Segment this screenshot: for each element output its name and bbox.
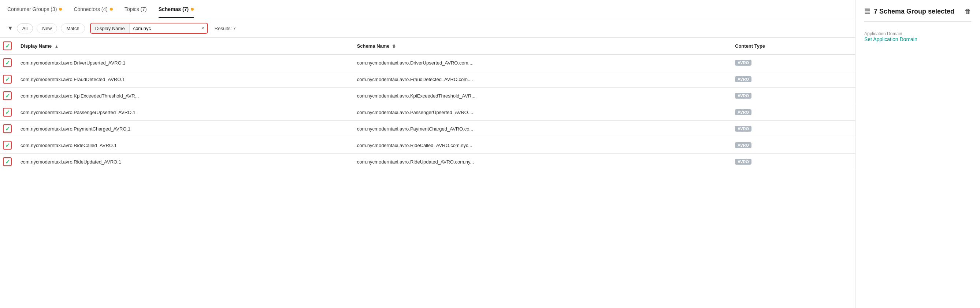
row-checkmark: ✓	[5, 76, 10, 83]
row-checkmark: ✓	[5, 158, 10, 165]
row-checkbox[interactable]: ✓	[3, 141, 12, 150]
row-schema-name: com.nycmoderntaxi.avro.RideCalled_AVRO.c…	[351, 137, 729, 154]
tab-consumer-groups-label: Consumer Groups (3)	[7, 6, 57, 12]
avro-badge: AVRO	[735, 159, 751, 164]
selected-title: ☰ 7 Schema Group selected	[864, 7, 955, 15]
header-checkmark: ✓	[5, 43, 10, 49]
row-schema-name: com.nycmoderntaxi.avro.PaymentCharged_AV…	[351, 121, 729, 137]
search-label: Display Name	[91, 24, 130, 33]
app-domain-section: Application Domain Set Application Domai…	[864, 25, 971, 42]
table-row: ✓ com.nycmoderntaxi.avro.PassengerUpsert…	[0, 104, 855, 121]
tab-schemas-label: Schemas (7)	[159, 6, 189, 12]
tab-schemas[interactable]: Schemas (7)	[159, 1, 194, 18]
header-checkbox-cell: ✓	[0, 38, 15, 54]
row-schema-name: com.nycmoderntaxi.avro.RideUpdated_AVRO.…	[351, 154, 729, 170]
row-schema-name: com.nycmoderntaxi.avro.KpiExceededThresh…	[351, 88, 729, 104]
row-content-type: AVRO	[729, 54, 855, 71]
row-content-type: AVRO	[729, 154, 855, 170]
results-count: Results: 7	[215, 26, 236, 31]
filter-match-button[interactable]: Match	[61, 24, 84, 34]
set-application-domain-link[interactable]: Set Application Domain	[864, 36, 917, 42]
header-schema-name[interactable]: Schema Name ⇅	[351, 38, 729, 54]
row-checkmark: ✓	[5, 125, 10, 132]
row-content-type: AVRO	[729, 71, 855, 88]
row-display-name: com.nycmoderntaxi.avro.RideCalled_AVRO.1	[15, 137, 351, 154]
filter-all-button[interactable]: All	[17, 24, 33, 34]
filter-icon[interactable]: ▼	[7, 25, 13, 32]
header-checkbox[interactable]: ✓	[3, 41, 12, 50]
row-checkbox-cell: ✓	[0, 154, 15, 170]
row-checkbox[interactable]: ✓	[3, 91, 12, 100]
schemas-table: ✓ Display Name ▲ Schema Name ⇅ Content T…	[0, 38, 855, 170]
row-content-type: AVRO	[729, 88, 855, 104]
table-row: ✓ com.nycmoderntaxi.avro.KpiExceededThre…	[0, 88, 855, 104]
tab-topics-label: Topics (7)	[124, 6, 147, 12]
row-checkbox[interactable]: ✓	[3, 108, 12, 116]
row-checkbox-cell: ✓	[0, 137, 15, 154]
display-name-sort-icon: ▲	[54, 44, 59, 48]
filter-new-button[interactable]: New	[37, 24, 57, 34]
search-input[interactable]	[130, 24, 199, 33]
table-body: ✓ com.nycmoderntaxi.avro.DriverUpserted_…	[0, 54, 855, 170]
avro-badge: AVRO	[735, 60, 751, 65]
row-checkbox[interactable]: ✓	[3, 157, 12, 166]
avro-badge: AVRO	[735, 126, 751, 132]
avro-badge: AVRO	[735, 109, 751, 115]
row-checkbox-cell: ✓	[0, 88, 15, 104]
row-checkmark: ✓	[5, 142, 10, 149]
right-panel-header: ☰ 7 Schema Group selected 🗑	[864, 7, 971, 22]
tabs-bar: Consumer Groups (3) Connectors (4) Topic…	[0, 0, 855, 19]
row-content-type: AVRO	[729, 104, 855, 121]
tab-connectors[interactable]: Connectors (4)	[73, 1, 113, 18]
row-checkbox-cell: ✓	[0, 71, 15, 88]
row-checkmark: ✓	[5, 93, 10, 99]
schema-name-sort-icon: ⇅	[392, 44, 396, 48]
row-checkmark: ✓	[5, 59, 10, 66]
row-display-name: com.nycmoderntaxi.avro.DriverUpserted_AV…	[15, 54, 351, 71]
search-container: Display Name ×	[90, 23, 208, 34]
row-content-type: AVRO	[729, 121, 855, 137]
trash-icon[interactable]: 🗑	[965, 8, 971, 15]
row-content-type: AVRO	[729, 137, 855, 154]
row-checkmark: ✓	[5, 109, 10, 116]
row-schema-name: com.nycmoderntaxi.avro.FraudDetected_AVR…	[351, 71, 729, 88]
main-panel: Consumer Groups (3) Connectors (4) Topic…	[0, 0, 856, 308]
avro-badge: AVRO	[735, 76, 751, 82]
row-checkbox-cell: ✓	[0, 121, 15, 137]
row-display-name: com.nycmoderntaxi.avro.PaymentCharged_AV…	[15, 121, 351, 137]
row-schema-name: com.nycmoderntaxi.avro.DriverUpserted_AV…	[351, 54, 729, 71]
table-row: ✓ com.nycmoderntaxi.avro.FraudDetected_A…	[0, 71, 855, 88]
row-checkbox[interactable]: ✓	[3, 124, 12, 133]
tab-consumer-groups-dot	[59, 8, 62, 11]
selected-count-label: 7 Schema Group selected	[874, 8, 955, 15]
search-clear-button[interactable]: ×	[199, 24, 207, 33]
table-row: ✓ com.nycmoderntaxi.avro.DriverUpserted_…	[0, 54, 855, 71]
tab-connectors-label: Connectors (4)	[73, 6, 108, 12]
tab-schemas-dot	[191, 8, 194, 11]
table-row: ✓ com.nycmoderntaxi.avro.RideCalled_AVRO…	[0, 137, 855, 154]
right-panel: ☰ 7 Schema Group selected 🗑 Application …	[856, 0, 980, 308]
row-checkbox[interactable]: ✓	[3, 75, 12, 84]
row-display-name: com.nycmoderntaxi.avro.FraudDetected_AVR…	[15, 71, 351, 88]
row-display-name: com.nycmoderntaxi.avro.RideUpdated_AVRO.…	[15, 154, 351, 170]
row-schema-name: com.nycmoderntaxi.avro.PassengerUpserted…	[351, 104, 729, 121]
table-row: ✓ com.nycmoderntaxi.avro.RideUpdated_AVR…	[0, 154, 855, 170]
avro-badge: AVRO	[735, 93, 751, 99]
tab-topics[interactable]: Topics (7)	[124, 1, 147, 18]
tab-consumer-groups[interactable]: Consumer Groups (3)	[7, 1, 62, 18]
filter-bar: ▼ All New Match Display Name × Results: …	[0, 19, 855, 38]
row-checkbox-cell: ✓	[0, 104, 15, 121]
avro-badge: AVRO	[735, 142, 751, 148]
row-display-name: com.nycmoderntaxi.avro.KpiExceededThresh…	[15, 88, 351, 104]
table-container: ✓ Display Name ▲ Schema Name ⇅ Content T…	[0, 38, 855, 308]
row-display-name: com.nycmoderntaxi.avro.PassengerUpserted…	[15, 104, 351, 121]
header-content-type: Content Type	[729, 38, 855, 54]
tab-connectors-dot	[110, 8, 113, 11]
row-checkbox[interactable]: ✓	[3, 58, 12, 67]
table-row: ✓ com.nycmoderntaxi.avro.PaymentCharged_…	[0, 121, 855, 137]
row-checkbox-cell: ✓	[0, 54, 15, 71]
table-header-row: ✓ Display Name ▲ Schema Name ⇅ Content T…	[0, 38, 855, 54]
app-domain-label: Application Domain	[864, 31, 971, 36]
schema-group-icon: ☰	[864, 7, 870, 15]
header-display-name[interactable]: Display Name ▲	[15, 38, 351, 54]
